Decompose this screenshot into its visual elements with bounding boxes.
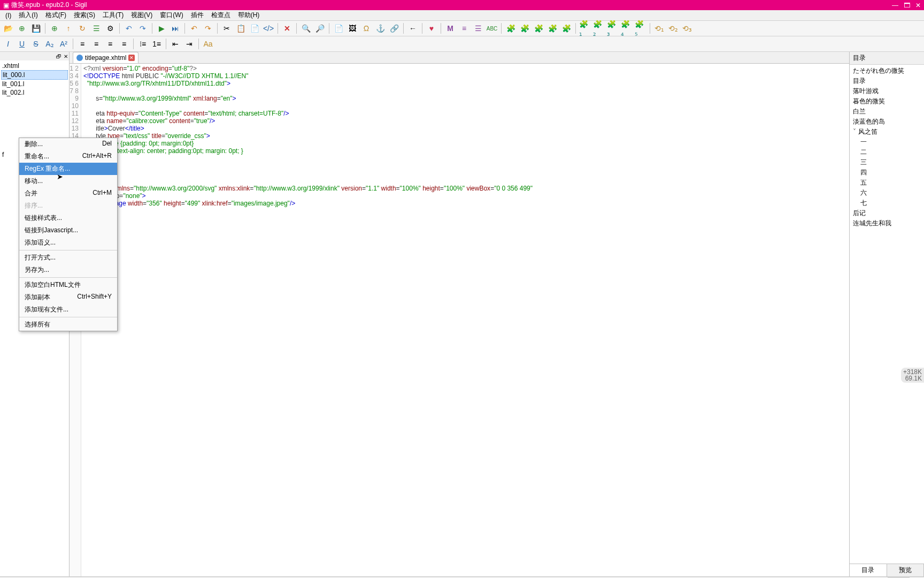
zoom-out-icon[interactable]: 🔍	[300, 22, 312, 34]
strikethrough-icon[interactable]: S	[30, 38, 42, 50]
context-menu-item[interactable]: 另存为...	[19, 264, 117, 276]
m-icon[interactable]: M	[444, 22, 456, 34]
menu-item[interactable]: (I)	[2, 11, 14, 20]
heart-icon[interactable]: ♥	[426, 22, 437, 34]
context-menu-item[interactable]: 删除...Del	[19, 138, 117, 150]
list2-icon[interactable]: ☰	[472, 22, 484, 34]
editor-tab[interactable]: titlepage.xhtml ✕	[73, 52, 138, 63]
italic-icon[interactable]: I	[2, 38, 14, 50]
insert-image-icon[interactable]: 🖼	[346, 22, 358, 34]
menu-format[interactable]: 格式(F)	[42, 10, 70, 21]
toc-item[interactable]: 淡蓝色的岛	[853, 117, 921, 127]
paste-icon[interactable]: 📄	[249, 22, 260, 34]
add-icon[interactable]: ⊕	[16, 22, 28, 34]
menu-help[interactable]: 帮助(H)	[235, 10, 263, 21]
toc-item[interactable]: 后记	[853, 208, 921, 218]
redo2-icon[interactable]: ↷	[202, 22, 214, 34]
plugin10-icon[interactable]: 🧩₅	[635, 22, 646, 34]
undo-icon[interactable]: ↶	[188, 22, 200, 34]
file-item[interactable]: lit_001.l	[1, 80, 68, 88]
menu-view[interactable]: 视图(V)	[128, 10, 156, 21]
x-delete-icon[interactable]: ✕	[281, 22, 293, 34]
minimize-button[interactable]: —	[892, 2, 898, 9]
metadata-icon[interactable]: ⚙	[104, 22, 116, 34]
toc-item[interactable]: 一	[853, 137, 921, 147]
align-center-icon[interactable]: ≡	[90, 38, 102, 50]
toc-item[interactable]: 五	[853, 178, 921, 188]
context-menu-item[interactable]: 添加语义...	[19, 237, 117, 249]
toc-item[interactable]: 暮色的微笑	[853, 96, 921, 107]
checkpoint3-icon[interactable]: ⟲₃	[681, 22, 693, 34]
context-menu-item[interactable]: RegEx 重命名...	[19, 163, 117, 175]
toc-item[interactable]: 三	[853, 157, 921, 168]
outdent-icon[interactable]: ⇤	[170, 38, 181, 50]
plugin3-icon[interactable]: 🧩	[533, 22, 544, 34]
plugin4-icon[interactable]: 🧩	[546, 22, 558, 34]
spellcheck-icon[interactable]: ABC	[486, 22, 498, 34]
toc-item[interactable]: 白兰	[853, 107, 921, 117]
code-view-icon[interactable]: </>	[263, 22, 274, 34]
toc-item[interactable]: 连城先生和我	[853, 218, 921, 229]
plugin6-icon[interactable]: 🧩₁	[579, 22, 591, 34]
panel-close-icon[interactable]: ✕	[64, 54, 68, 59]
menu-plugins[interactable]: 插件	[188, 10, 207, 21]
checkpoint1-icon[interactable]: ⟲₁	[653, 22, 665, 34]
plugin5-icon[interactable]: 🧩	[560, 22, 572, 34]
toc-item[interactable]: 目录	[853, 76, 921, 86]
align-justify-icon[interactable]: ≡	[118, 38, 130, 50]
menu-tools[interactable]: 工具(T)	[99, 10, 127, 21]
copy-icon[interactable]: 📋	[235, 22, 247, 34]
toc-icon[interactable]: ☰	[90, 22, 102, 34]
menu-checkpoint[interactable]: 检查点	[208, 10, 234, 21]
link-icon[interactable]: 🔗	[388, 22, 400, 34]
insert-file-icon[interactable]: 📄	[333, 22, 344, 34]
panel-restore-icon[interactable]: 🗗	[56, 54, 61, 59]
redo-icon[interactable]: ↻	[76, 22, 88, 34]
toc-item[interactable]: 四	[853, 168, 921, 178]
plugin1-icon[interactable]: 🧩	[505, 22, 517, 34]
file-item[interactable]: .xhtml	[1, 62, 68, 70]
up-arrow-icon[interactable]: ↑	[63, 22, 74, 34]
code-editor[interactable]: 1 2 3 4 5 6 7 8 9 10 11 12 13 14 15 16 1…	[70, 64, 849, 576]
zoom-in-icon[interactable]: 🔎	[314, 22, 326, 34]
toc-item[interactable]: 六	[853, 188, 921, 198]
superscript-icon[interactable]: A²	[58, 38, 70, 50]
toc-item[interactable]: 落叶游戏	[853, 86, 921, 96]
open-icon[interactable]: 📂	[2, 22, 14, 34]
bullet-list-icon[interactable]: ⁝≡	[137, 38, 149, 50]
case-icon[interactable]: Aa	[202, 38, 214, 50]
save-icon[interactable]: 💾	[30, 22, 42, 34]
list-icon[interactable]: ≡	[458, 22, 470, 34]
forward-icon[interactable]: ↷	[137, 22, 149, 34]
menu-window[interactable]: 窗口(W)	[157, 10, 186, 21]
context-menu-item[interactable]: 添加空白HTML文件	[19, 279, 117, 291]
context-menu-item[interactable]: 重命名...Ctrl+Alt+R	[19, 150, 117, 163]
maximize-button[interactable]: 🗖	[904, 2, 910, 9]
context-menu-item[interactable]: 移动...	[19, 175, 117, 187]
add-file-icon[interactable]: ⊕	[49, 22, 60, 34]
indent-icon[interactable]: ⇥	[183, 38, 195, 50]
subscript-icon[interactable]: A₂	[44, 38, 56, 50]
back-icon[interactable]: ↶	[123, 22, 135, 34]
fast-forward-icon[interactable]: ⏭	[170, 22, 181, 34]
plugin2-icon[interactable]: 🧩	[519, 22, 530, 34]
menu-insert[interactable]: 插入(I)	[16, 10, 41, 21]
context-menu-item[interactable]: 选择所有	[19, 318, 117, 331]
file-item-selected[interactable]: lit_000.l	[1, 70, 68, 80]
menu-search[interactable]: 搜索(S)	[71, 10, 98, 21]
plugin9-icon[interactable]: 🧩₄	[621, 22, 633, 34]
special-char-icon[interactable]: Ω	[360, 22, 372, 34]
plugin7-icon[interactable]: 🧩₂	[593, 22, 605, 34]
toc-item[interactable]: 七	[853, 198, 921, 208]
anchor-icon[interactable]: ⚓	[374, 22, 386, 34]
context-menu-item[interactable]: 链接样式表...	[19, 212, 117, 224]
cut-icon[interactable]: ✂	[221, 22, 233, 34]
underline-icon[interactable]: U	[16, 38, 28, 50]
file-item[interactable]: lit_002.l	[1, 88, 68, 97]
context-menu-item[interactable]: 链接到Javascript...	[19, 224, 117, 237]
toc-item[interactable]: ˅风之笛	[853, 127, 921, 137]
number-list-icon[interactable]: 1≡	[151, 38, 163, 50]
close-button[interactable]: ✕	[915, 2, 921, 9]
align-left-icon[interactable]: ≡	[76, 38, 88, 50]
play-icon[interactable]: ▶	[156, 22, 167, 34]
